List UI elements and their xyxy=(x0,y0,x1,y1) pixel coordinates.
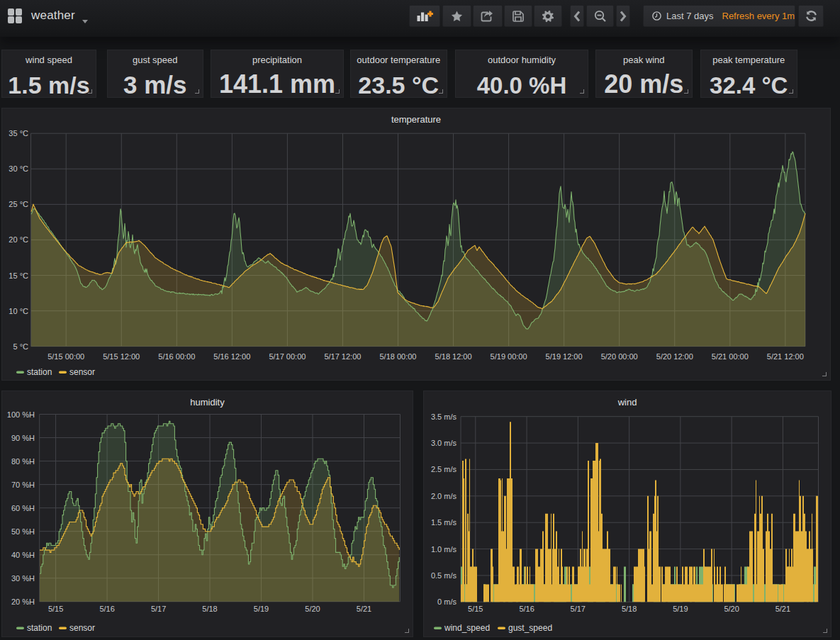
svg-text:80 %H: 80 %H xyxy=(11,457,35,466)
svg-text:sensor: sensor xyxy=(69,623,95,633)
svg-text:35 °C: 35 °C xyxy=(9,129,28,137)
svg-text:5/18 00:00: 5/18 00:00 xyxy=(380,352,417,361)
svg-text:10 °C: 10 °C xyxy=(9,307,28,315)
svg-text:20 %H: 20 %H xyxy=(11,597,35,606)
svg-text:5/20 00:00: 5/20 00:00 xyxy=(601,352,638,361)
svg-text:100 %H: 100 %H xyxy=(7,410,35,419)
svg-text:5/21: 5/21 xyxy=(357,605,371,613)
svg-text:20 °C: 20 °C xyxy=(9,235,28,244)
svg-text:70 %H: 70 %H xyxy=(11,481,35,489)
svg-text:5/15: 5/15 xyxy=(48,605,63,613)
svg-text:1.0 m/s: 1.0 m/s xyxy=(431,545,457,554)
svg-text:5 °C: 5 °C xyxy=(13,342,28,351)
svg-text:5/18 12:00: 5/18 12:00 xyxy=(435,352,472,361)
svg-text:5/21 12:00: 5/21 12:00 xyxy=(767,352,804,361)
svg-text:1.5 m/s: 1.5 m/s xyxy=(431,518,457,527)
svg-text:sensor: sensor xyxy=(69,367,95,377)
svg-text:3.0 m/s: 3.0 m/s xyxy=(431,439,457,447)
svg-text:40 %H: 40 %H xyxy=(11,551,35,559)
svg-text:5/15 12:00: 5/15 12:00 xyxy=(103,352,140,361)
svg-text:5/19 12:00: 5/19 12:00 xyxy=(546,352,583,361)
svg-text:5/21: 5/21 xyxy=(775,605,790,613)
svg-text:5/16 12:00: 5/16 12:00 xyxy=(213,352,250,361)
svg-text:60 %H: 60 %H xyxy=(11,504,35,512)
svg-text:5/15 00:00: 5/15 00:00 xyxy=(47,352,84,361)
svg-text:3.5 m/s: 3.5 m/s xyxy=(431,412,457,421)
svg-text:0.5 m/s: 0.5 m/s xyxy=(431,571,457,580)
svg-text:5/18: 5/18 xyxy=(202,605,217,613)
svg-text:5/19: 5/19 xyxy=(254,605,269,613)
svg-text:5/21 00:00: 5/21 00:00 xyxy=(712,352,749,361)
svg-text:5/17: 5/17 xyxy=(151,605,166,613)
svg-text:15 °C: 15 °C xyxy=(9,271,28,280)
svg-text:5/19 00:00: 5/19 00:00 xyxy=(491,352,527,361)
svg-text:5/20: 5/20 xyxy=(724,605,739,613)
svg-text:2.5 m/s: 2.5 m/s xyxy=(431,465,457,473)
svg-text:25 °C: 25 °C xyxy=(9,200,28,208)
svg-text:2.0 m/s: 2.0 m/s xyxy=(431,492,457,500)
svg-text:30 °C: 30 °C xyxy=(9,164,28,173)
svg-text:5/17: 5/17 xyxy=(571,605,586,613)
svg-text:5/19: 5/19 xyxy=(673,605,688,613)
svg-text:5/16: 5/16 xyxy=(519,605,534,613)
svg-text:30 %H: 30 %H xyxy=(11,574,35,583)
svg-text:50 %H: 50 %H xyxy=(11,527,35,536)
svg-text:5/15: 5/15 xyxy=(468,605,483,613)
svg-text:wind_speed: wind_speed xyxy=(444,623,490,633)
svg-text:5/16: 5/16 xyxy=(99,605,114,613)
svg-text:5/17 12:00: 5/17 12:00 xyxy=(324,352,361,361)
svg-text:90 %H: 90 %H xyxy=(11,434,35,442)
svg-text:station: station xyxy=(27,367,52,377)
svg-text:5/16 00:00: 5/16 00:00 xyxy=(158,352,195,361)
svg-text:0 m/s: 0 m/s xyxy=(437,597,457,606)
svg-text:5/18: 5/18 xyxy=(622,605,637,613)
svg-text:5/20: 5/20 xyxy=(305,605,320,613)
svg-text:gust_speed: gust_speed xyxy=(508,623,552,633)
svg-text:5/17 00:00: 5/17 00:00 xyxy=(269,352,306,361)
svg-text:station: station xyxy=(27,623,52,633)
svg-text:5/20 12:00: 5/20 12:00 xyxy=(656,352,693,361)
